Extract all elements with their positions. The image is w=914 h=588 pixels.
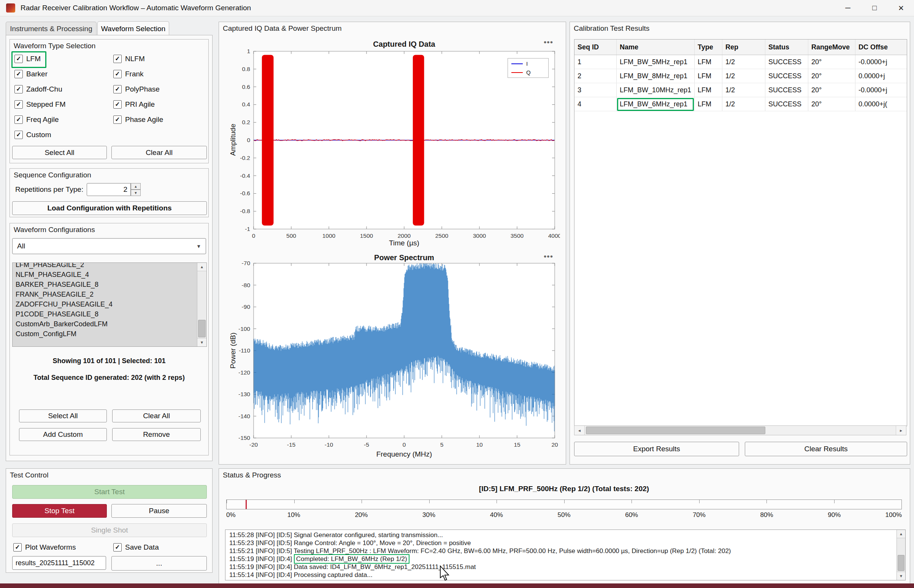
- single-shot-button[interactable]: Single Shot: [12, 523, 207, 537]
- table-row-1[interactable]: 1 LFM_BW_5MHz_rep1 LFM 1/2 SUCCESS 20° -…: [574, 55, 907, 69]
- pause-button[interactable]: Pause: [112, 504, 207, 518]
- status-log[interactable]: 11:55:28 [INFO] [ID:5] Signal Generator …: [225, 530, 906, 580]
- spinner-down-icon[interactable]: ▼: [131, 189, 141, 196]
- checkbox-frank[interactable]: ✓Frank: [113, 68, 144, 80]
- scroll-left-icon[interactable]: ◄: [574, 426, 585, 435]
- repetitions-spinner-arrows[interactable]: ▲ ▼: [131, 183, 141, 196]
- checkbox-stepped-fm[interactable]: ✓Stepped FM: [15, 99, 66, 110]
- repetitions-spinner-value[interactable]: 2: [87, 183, 131, 196]
- list-item[interactable]: FRANK_PHASEAGILE_2: [13, 289, 197, 299]
- waveform-clear-all-button[interactable]: Clear All: [112, 146, 207, 159]
- scroll-down-icon[interactable]: ▼: [197, 338, 206, 346]
- scroll-up-icon[interactable]: ▲: [197, 263, 206, 271]
- listbox-vscrollbar[interactable]: ▲ ▼: [197, 263, 206, 346]
- checkbox-custom[interactable]: ✓Custom: [15, 129, 51, 141]
- captured-iq-chart: 05001000150020002500300035004000-1-0.8-0…: [224, 37, 560, 250]
- list-item[interactable]: ZADOFFCHU_PHASEAGILE_4: [13, 299, 197, 309]
- list-item[interactable]: NLFM_PHASEAGILE_4: [13, 270, 197, 279]
- tab-instruments-processing[interactable]: Instruments & Processing: [6, 22, 97, 36]
- axes-toolbar-icon[interactable]: •••: [544, 37, 553, 47]
- close-button[interactable]: ✕: [888, 0, 914, 16]
- cell-rep: 1/2: [723, 83, 765, 97]
- checkbox-barker[interactable]: ✓Barker: [15, 68, 47, 80]
- tab-waveform-selection[interactable]: Waveform Selection: [97, 21, 169, 36]
- column-header[interactable]: RangeMove: [808, 39, 856, 55]
- progress-label: 50%: [557, 511, 570, 519]
- svg-text:20: 20: [551, 441, 558, 448]
- scroll-up-icon[interactable]: ▲: [897, 530, 905, 538]
- group-title: Sequence Configuration: [14, 171, 91, 179]
- config-filter-dropdown[interactable]: All ▼: [12, 238, 206, 254]
- configs-clear-all-button[interactable]: Clear All: [112, 409, 201, 422]
- config-listbox[interactable]: LFM_PHASEAGILE_2 NLFM_PHASEAGILE_4 BARKE…: [12, 262, 207, 347]
- svg-text:-0.8: -0.8: [240, 208, 250, 214]
- checkbox-polyphase[interactable]: ✓PolyPhase: [113, 84, 160, 95]
- list-item[interactable]: CustomArb_BarkerCodedLFM: [13, 319, 197, 329]
- table-hscrollbar[interactable]: ◄ ►: [574, 425, 906, 435]
- remove-button[interactable]: Remove: [112, 428, 201, 441]
- browse-button[interactable]: ...: [112, 556, 207, 570]
- scroll-thumb[interactable]: [586, 426, 765, 434]
- title-bar: Radar Receiver Calibration Workflow – Au…: [0, 0, 914, 16]
- svg-text:-80: -80: [242, 282, 251, 288]
- showing-summary-text: Showing 101 of 101 | Selected: 101: [10, 357, 208, 365]
- minimize-button[interactable]: ─: [835, 0, 861, 16]
- column-header[interactable]: Rep: [723, 39, 765, 55]
- scroll-right-icon[interactable]: ►: [896, 426, 906, 435]
- waveform-select-all-button[interactable]: Select All: [12, 146, 107, 159]
- clear-results-button[interactable]: Clear Results: [745, 442, 907, 456]
- checkbox-pri-agile[interactable]: ✓PRI Agile: [113, 99, 155, 110]
- svg-text:0.4: 0.4: [242, 101, 250, 108]
- check-icon: ✓: [16, 86, 21, 92]
- svg-text:-20: -20: [250, 441, 258, 448]
- checkbox-plot-waveforms[interactable]: ✓Plot Waveforms: [13, 542, 76, 553]
- list-item[interactable]: LFM_PHASEAGILE_2: [13, 262, 197, 270]
- log-highlight-annotation: Completed: LFM_BW_6MHz (Rep 1/2): [294, 554, 410, 564]
- table-row-3[interactable]: 3 LFM_BW_10MHz_rep1 LFM 1/2 SUCCESS 20° …: [574, 83, 907, 97]
- add-custom-button[interactable]: Add Custom: [19, 428, 107, 441]
- list-item[interactable]: Custom_ConfigLFM: [13, 329, 197, 339]
- list-item[interactable]: P1CODE_PHASEAGILE_8: [13, 309, 197, 319]
- stop-test-button[interactable]: Stop Test: [12, 504, 107, 518]
- export-results-button[interactable]: Export Results: [574, 442, 739, 456]
- svg-text:-120: -120: [238, 369, 250, 376]
- scroll-thumb[interactable]: [198, 320, 206, 337]
- results-file-input[interactable]: [12, 556, 106, 570]
- sequence-configuration-group: Sequence Configuration Repetitions per T…: [10, 168, 209, 217]
- svg-text:-0.6: -0.6: [240, 190, 250, 196]
- panel-title: Captured IQ Data & Power Spectrum: [223, 24, 342, 33]
- column-header[interactable]: Status: [765, 39, 808, 55]
- checkbox-box: ✓: [15, 55, 23, 63]
- start-test-button[interactable]: Start Test: [12, 485, 207, 499]
- check-icon: ✓: [16, 132, 21, 138]
- column-header[interactable]: Seq ID: [574, 39, 617, 55]
- log-vscrollbar[interactable]: ▲ ▼: [896, 530, 905, 580]
- configs-select-all-button[interactable]: Select All: [19, 409, 107, 422]
- cell-seq: 3: [574, 83, 617, 97]
- column-header[interactable]: Name: [617, 39, 695, 55]
- results-table: Seq ID Name Type Rep Status RangeMove DC…: [574, 39, 907, 426]
- table-row-2[interactable]: 2 LFM_BW_8MHz_rep1 LFM 1/2 SUCCESS 20° 0…: [574, 69, 907, 83]
- checkbox-save-data[interactable]: ✓Save Data: [113, 542, 159, 553]
- svg-text:0.8: 0.8: [242, 66, 250, 72]
- list-item[interactable]: BARKER_PHASEAGILE_8: [13, 279, 197, 289]
- checkbox-nlfm[interactable]: ✓NLFM: [113, 53, 145, 65]
- checkbox-phase-agile[interactable]: ✓Phase Agile: [113, 114, 163, 125]
- maximize-button[interactable]: □: [862, 0, 887, 16]
- checkbox-freq-agile[interactable]: ✓Freq Agile: [15, 114, 59, 125]
- table-row-4[interactable]: 4 LFM_BW_6MHz_rep1 LFM 1/2 SUCCESS 20° 0…: [574, 97, 907, 111]
- progress-label: 80%: [760, 511, 773, 519]
- scroll-down-icon[interactable]: ▼: [897, 572, 905, 580]
- column-header[interactable]: Type: [695, 39, 723, 55]
- load-configuration-button[interactable]: Load Configuration with Repetitions: [12, 201, 207, 215]
- config-list: LFM_PHASEAGILE_2 NLFM_PHASEAGILE_4 BARKE…: [13, 262, 197, 339]
- column-header[interactable]: DC Offse: [856, 39, 907, 55]
- svg-text:500: 500: [286, 233, 296, 239]
- checkbox-zadoff-chu[interactable]: ✓Zadoff-Chu: [15, 84, 62, 95]
- spinner-up-icon[interactable]: ▲: [131, 183, 141, 189]
- cell-dc-offset: -0.0000+j: [856, 83, 907, 97]
- current-test-heading: [ID:5] LFM_PRF_500Hz (Rep 1/2) (Total te…: [219, 485, 909, 493]
- checkbox-lfm[interactable]: ✓LFM: [15, 53, 41, 65]
- scroll-thumb[interactable]: [898, 555, 904, 571]
- axes-toolbar-icon[interactable]: •••: [544, 252, 553, 261]
